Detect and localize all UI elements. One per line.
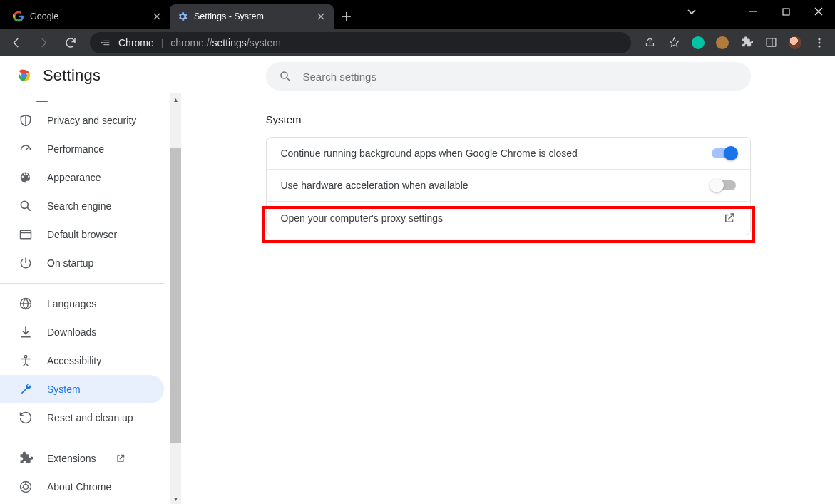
sidebar-item-label: On startup [47, 257, 93, 269]
svg-rect-10 [21, 230, 31, 239]
row-label: Use hardware acceleration when available [281, 180, 468, 191]
google-favicon-icon [13, 11, 24, 22]
forward-button[interactable] [31, 31, 56, 54]
tab-title: Google [30, 11, 145, 21]
scroll-down-icon[interactable]: ▾ [170, 493, 181, 504]
settings-search[interactable] [266, 62, 751, 91]
settings-header: Settings [0, 56, 181, 93]
browser-toolbar: Chrome | chrome://settings/system [0, 29, 835, 56]
reload-button[interactable] [58, 31, 83, 54]
site-info-icon[interactable] [100, 37, 111, 48]
chrome-logo-icon [16, 67, 33, 84]
row-background-apps[interactable]: Continue running background apps when Go… [267, 138, 750, 169]
tab-title: Settings - System [194, 11, 309, 21]
row-label: Open your computer's proxy settings [281, 212, 444, 224]
back-button[interactable] [4, 31, 29, 54]
wrench-icon [19, 382, 33, 396]
chrome-menu-icon[interactable] [808, 31, 831, 54]
sidebar-item-label: Downloads [47, 326, 96, 338]
sidebar-item-label: Performance [47, 143, 104, 155]
sidebar-item-label: Reset and clean up [47, 412, 133, 423]
maximize-button[interactable] [769, 0, 802, 23]
window-controls [737, 0, 835, 23]
omnibox-url: chrome://settings/system [170, 37, 281, 48]
system-settings-card: Continue running background apps when Go… [266, 137, 751, 235]
sidebar-item-reset[interactable]: Reset and clean up [0, 403, 164, 432]
external-link-icon [723, 212, 736, 225]
gear-icon [177, 11, 188, 22]
sidebar-item-performance[interactable]: Performance [0, 135, 164, 163]
sidebar-scroll: Privacy and security Performance Appeara… [0, 93, 181, 504]
row-hardware-accel[interactable]: Use hardware acceleration when available [267, 169, 750, 201]
extensions-puzzle-icon[interactable] [735, 31, 758, 54]
close-icon[interactable] [315, 11, 327, 22]
toggle-hardware-accel[interactable] [712, 180, 736, 190]
address-bar[interactable]: Chrome | chrome://settings/system [90, 32, 631, 53]
sidebar-item-system[interactable]: System [0, 375, 164, 403]
window-close-button[interactable] [802, 0, 835, 23]
shield-icon [19, 113, 33, 128]
page-title: Settings [43, 66, 101, 85]
sidebar-item-languages[interactable]: Languages [0, 289, 164, 318]
sidebar-item-privacy[interactable]: Privacy and security [0, 106, 164, 135]
sidebar-item-default-browser[interactable]: Default browser [0, 220, 164, 249]
settings-page: Settings Privacy and security Performanc… [0, 56, 835, 504]
share-icon[interactable] [638, 31, 661, 54]
bookmark-star-icon[interactable] [662, 31, 685, 54]
search-input[interactable] [302, 70, 738, 83]
scrollbar-thumb[interactable] [170, 148, 181, 443]
sidebar-item-label: Languages [47, 298, 96, 309]
sidebar-item-downloads[interactable]: Downloads [0, 318, 164, 346]
toggle-background-apps[interactable] [712, 148, 736, 158]
sidebar-item-search-engine[interactable]: Search engine [0, 192, 164, 220]
scroll-up-icon[interactable]: ▴ [170, 93, 181, 105]
tab-search-button[interactable] [680, 3, 703, 20]
sidebar-item-label: System [47, 384, 81, 395]
sidebar-divider [0, 283, 165, 284]
extension-cookie-icon[interactable] [711, 31, 734, 54]
tab-strip: Google Settings - System [0, 0, 357, 29]
sidebar-item-label: Privacy and security [47, 115, 136, 126]
globe-icon [19, 297, 33, 311]
settings-main: System Continue running background apps … [181, 56, 835, 504]
row-proxy-settings[interactable]: Open your computer's proxy settings [267, 201, 750, 235]
tab-google[interactable]: Google [6, 4, 170, 29]
svg-point-14 [24, 485, 29, 490]
side-panel-icon[interactable] [759, 31, 782, 54]
svg-point-1 [101, 41, 103, 43]
close-icon[interactable] [151, 11, 163, 22]
svg-point-5 [818, 45, 820, 47]
accessibility-icon [19, 354, 33, 368]
sidebar-item-label: Accessibility [47, 355, 101, 366]
new-tab-button[interactable] [337, 6, 357, 26]
sidebar-item-appearance[interactable]: Appearance [0, 163, 164, 192]
profile-avatar[interactable] [784, 31, 806, 54]
sidebar-item-extensions[interactable]: Extensions [0, 444, 164, 473]
svg-rect-0 [783, 9, 789, 15]
window-titlebar: Google Settings - System [0, 0, 835, 29]
extension-grammarly-icon[interactable] [687, 31, 710, 54]
download-icon [19, 325, 33, 339]
sidebar-item-about[interactable]: About Chrome [0, 473, 164, 501]
sidebar-item-on-startup[interactable]: On startup [0, 249, 164, 277]
external-link-icon [116, 453, 125, 463]
sidebar-scrollbar[interactable]: ▴ ▾ [170, 93, 181, 504]
svg-point-15 [281, 72, 287, 78]
sidebar-item-label: Extensions [47, 453, 96, 464]
sidebar-item-label: Search engine [47, 200, 111, 212]
sidebar-item-truncated[interactable] [17, 95, 164, 106]
svg-point-12 [24, 356, 26, 358]
sidebar-item-label: About Chrome [47, 481, 111, 493]
omnibox-scheme-label: Chrome [118, 37, 154, 48]
minimize-button[interactable] [737, 0, 769, 23]
sidebar-item-accessibility[interactable]: Accessibility [0, 346, 164, 375]
restore-icon [19, 411, 33, 425]
section-heading: System [266, 113, 751, 125]
browser-window-icon [19, 227, 33, 242]
svg-point-3 [818, 38, 820, 40]
tab-settings[interactable]: Settings - System [170, 4, 334, 29]
search-icon [279, 70, 292, 83]
toolbar-actions [638, 31, 831, 54]
search-icon [19, 199, 33, 213]
chrome-outline-icon [19, 480, 33, 494]
